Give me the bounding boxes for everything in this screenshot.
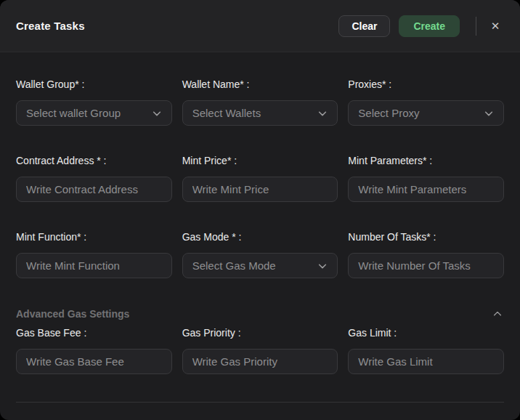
proxies-label: Proxies* : bbox=[348, 78, 504, 91]
proxies-select[interactable]: Select Proxy bbox=[348, 100, 504, 126]
mint-price-label: Mint Price* : bbox=[182, 155, 338, 167]
wallet-name-field: Wallet Name* : Select Wallets bbox=[182, 78, 338, 126]
chevron-down-icon bbox=[152, 108, 162, 118]
wallet-name-select-value: Select Wallets bbox=[192, 107, 261, 119]
gas-limit-label: Gas Limit : bbox=[348, 327, 504, 339]
contract-address-field: Contract Address * : bbox=[16, 155, 172, 202]
gas-limit-input[interactable] bbox=[348, 349, 504, 374]
wallet-name-select[interactable]: Select Wallets bbox=[182, 100, 338, 126]
gas-base-fee-label: Gas Base Fee : bbox=[16, 327, 172, 339]
header-actions: Clear Create ✕ bbox=[338, 15, 504, 37]
mint-parameters-field: Mint Parameters* : bbox=[348, 155, 504, 202]
form-row-advanced: Gas Base Fee : Gas Priority : Gas Limit … bbox=[16, 327, 504, 374]
gas-priority-input[interactable] bbox=[182, 349, 338, 374]
wallet-group-select[interactable]: Select wallet Group bbox=[16, 100, 172, 126]
proxies-select-value: Select Proxy bbox=[358, 107, 419, 119]
number-of-tasks-field: Number Of Tasks* : bbox=[348, 231, 504, 278]
modal-body: Wallet Group* : Select wallet Group Wall… bbox=[0, 52, 520, 380]
create-button[interactable]: Create bbox=[399, 15, 460, 37]
mint-function-label: Mint Function* : bbox=[16, 231, 172, 243]
create-tasks-modal: Create Tasks Clear Create ✕ Wallet Group… bbox=[0, 0, 520, 420]
page-title: Create Tasks bbox=[16, 20, 85, 32]
close-icon: ✕ bbox=[491, 20, 500, 33]
number-of-tasks-input[interactable] bbox=[348, 253, 504, 278]
contract-address-input[interactable] bbox=[16, 177, 172, 202]
number-of-tasks-label: Number Of Tasks* : bbox=[348, 231, 504, 243]
mint-function-field: Mint Function* : bbox=[16, 231, 172, 278]
header-divider bbox=[476, 17, 476, 36]
modal-header: Create Tasks Clear Create ✕ bbox=[0, 0, 520, 52]
advanced-gas-settings-header: Advanced Gas Settings bbox=[16, 307, 504, 320]
gas-base-fee-input[interactable] bbox=[16, 349, 172, 374]
mint-function-input[interactable] bbox=[16, 253, 172, 278]
modal-footer bbox=[0, 403, 520, 420]
wallet-group-label: Wallet Group* : bbox=[16, 78, 172, 91]
gas-base-fee-field: Gas Base Fee : bbox=[16, 327, 172, 374]
proxies-field: Proxies* : Select Proxy bbox=[348, 78, 504, 126]
close-button[interactable]: ✕ bbox=[487, 17, 504, 35]
advanced-collapse-button[interactable] bbox=[491, 307, 504, 320]
gas-mode-field: Gas Mode * : Select Gas Mode bbox=[182, 231, 338, 278]
gas-mode-select[interactable]: Select Gas Mode bbox=[182, 253, 338, 278]
chevron-up-icon bbox=[492, 309, 503, 319]
form-row-1: Wallet Group* : Select wallet Group Wall… bbox=[16, 78, 504, 126]
clear-button[interactable]: Clear bbox=[338, 15, 390, 37]
mint-parameters-label: Mint Parameters* : bbox=[348, 155, 504, 167]
wallet-group-select-value: Select wallet Group bbox=[26, 107, 121, 119]
mint-price-input[interactable] bbox=[182, 177, 338, 202]
gas-mode-label: Gas Mode * : bbox=[182, 231, 338, 243]
gas-limit-field: Gas Limit : bbox=[348, 327, 504, 374]
mint-price-field: Mint Price* : bbox=[182, 155, 338, 202]
gas-priority-label: Gas Priority : bbox=[182, 327, 338, 339]
advanced-gas-settings-title: Advanced Gas Settings bbox=[16, 308, 129, 320]
wallet-name-label: Wallet Name* : bbox=[182, 78, 338, 91]
form-row-3: Mint Function* : Gas Mode * : Select Gas… bbox=[16, 231, 504, 278]
chevron-down-icon bbox=[317, 261, 328, 271]
gas-priority-field: Gas Priority : bbox=[182, 327, 338, 374]
contract-address-label: Contract Address * : bbox=[16, 155, 172, 167]
form-row-2: Contract Address * : Mint Price* : Mint … bbox=[16, 155, 504, 202]
chevron-down-icon bbox=[317, 108, 328, 118]
chevron-down-icon bbox=[484, 108, 494, 118]
wallet-group-field: Wallet Group* : Select wallet Group bbox=[16, 78, 172, 126]
gas-mode-select-value: Select Gas Mode bbox=[192, 259, 276, 272]
mint-parameters-input[interactable] bbox=[348, 177, 504, 202]
